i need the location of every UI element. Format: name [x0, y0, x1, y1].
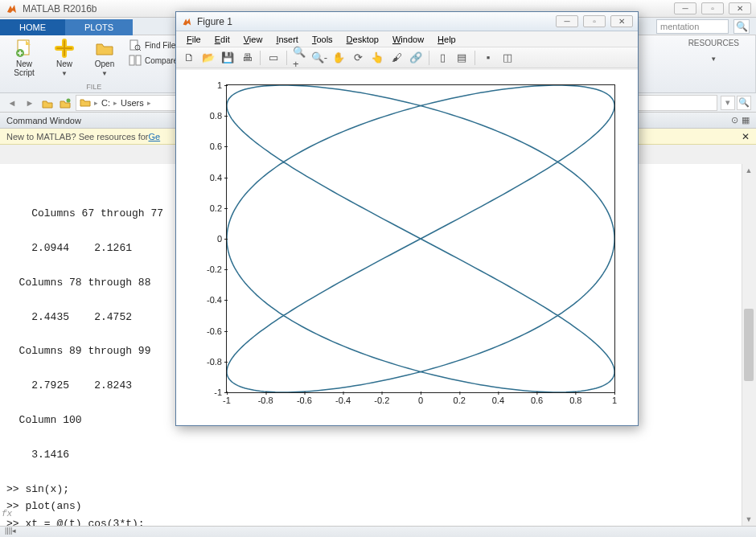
- figure-canvas: -1-0.8-0.6-0.4-0.200.20.40.60.81-1-0.8-0…: [176, 70, 638, 425]
- y-tick-label: 0.2: [210, 203, 227, 213]
- axes[interactable]: -1-0.8-0.6-0.4-0.200.20.40.60.81-1-0.8-0…: [226, 84, 615, 393]
- svg-rect-6: [136, 55, 141, 65]
- compare-icon: [129, 54, 142, 67]
- vertical-scrollbar[interactable]: ▲ ▼: [742, 164, 755, 526]
- figure-maximize-button[interactable]: ▫: [583, 15, 606, 27]
- matlab-logo-icon: [5, 2, 18, 15]
- path-segment-drive[interactable]: C:: [101, 98, 110, 108]
- x-tick-label: 0: [418, 392, 423, 405]
- figure-minimize-button[interactable]: ─: [556, 15, 578, 27]
- zoom-out-icon[interactable]: 🔍-: [311, 50, 327, 66]
- scroll-up-icon[interactable]: ▲: [742, 164, 755, 177]
- new-script-icon: [14, 39, 34, 58]
- menu-insert[interactable]: Insert: [270, 35, 304, 44]
- menu-window[interactable]: Window: [387, 35, 429, 44]
- menu-view[interactable]: View: [238, 35, 269, 44]
- plot-line: [227, 85, 614, 392]
- getting-started-link[interactable]: Ge: [148, 132, 160, 141]
- toolgroup-file-label: FILE: [8, 81, 179, 91]
- path-dropdown-button[interactable]: ▾: [721, 96, 735, 110]
- fx-prompt-icon: fx: [2, 506, 12, 521]
- figure-menubar: File Edit View Insert Tools Desktop Wind…: [176, 31, 638, 47]
- path-segment-users[interactable]: Users: [121, 98, 144, 108]
- panel-actions-button[interactable]: ⊙: [731, 115, 738, 125]
- menu-edit[interactable]: Edit: [209, 35, 236, 44]
- print-icon[interactable]: 🖶: [239, 50, 255, 66]
- toolgroup-file: New Script New ▼ Open ▼ Find Files Comp: [0, 35, 188, 92]
- path-search-button[interactable]: 🔍: [737, 96, 751, 110]
- y-tick-label: 0.8: [210, 111, 227, 121]
- find-files-icon: [129, 39, 142, 51]
- chevron-down-icon[interactable]: ▼: [688, 55, 739, 63]
- x-tick-label: -0.8: [258, 392, 273, 405]
- banner-close-button[interactable]: ✕: [742, 131, 750, 142]
- search-input[interactable]: mentation: [656, 19, 729, 34]
- find-files-button[interactable]: Find Files: [129, 39, 179, 51]
- minimize-button[interactable]: ─: [674, 2, 696, 14]
- zoom-in-icon[interactable]: 🔍+: [292, 50, 308, 66]
- search-button[interactable]: 🔍: [733, 19, 750, 34]
- chevron-down-icon: ▼: [61, 70, 68, 77]
- up-folder-button[interactable]: [40, 96, 55, 110]
- hide-tools-icon[interactable]: ▪: [480, 50, 496, 66]
- window-buttons: ─ ▫ ✕: [674, 2, 751, 14]
- y-tick-label: 0.6: [210, 141, 227, 151]
- pan-icon[interactable]: ✋: [331, 50, 347, 66]
- figure-window: Figure 1 ─ ▫ ✕ File Edit View Insert Too…: [175, 11, 639, 426]
- x-tick-label: -0.2: [374, 392, 389, 405]
- scroll-down-icon[interactable]: ▼: [742, 513, 755, 526]
- path-separator-icon: ▸: [146, 99, 153, 107]
- figure-close-button[interactable]: ✕: [610, 15, 633, 27]
- menu-help[interactable]: Help: [432, 35, 462, 44]
- y-tick-label: 0: [217, 234, 227, 244]
- path-separator-icon: ▸: [92, 99, 100, 107]
- y-tick-label: 0.4: [210, 173, 227, 182]
- svg-line-4: [139, 49, 141, 51]
- new-button[interactable]: New ▼: [48, 39, 80, 77]
- y-tick-label: 1: [217, 80, 227, 90]
- colorbar-icon[interactable]: ▯: [434, 50, 450, 66]
- folder-open-icon: [95, 39, 114, 58]
- x-tick-label: 0.2: [454, 392, 466, 405]
- brush-icon[interactable]: 🖌: [388, 50, 405, 66]
- compare-button[interactable]: Compare: [129, 54, 179, 67]
- link-icon[interactable]: 🔗: [408, 50, 424, 66]
- legend-icon[interactable]: ▤: [454, 50, 470, 66]
- back-button[interactable]: ◄: [5, 96, 19, 110]
- menu-desktop[interactable]: Desktop: [341, 35, 384, 44]
- edit-plot-icon[interactable]: ▭: [265, 50, 281, 66]
- scroll-thumb[interactable]: [744, 309, 754, 381]
- figure-title: Figure 1: [197, 16, 556, 27]
- data-cursor-icon[interactable]: 👆: [369, 50, 385, 66]
- svg-rect-5: [129, 55, 134, 65]
- y-tick-label: -0.4: [207, 295, 227, 305]
- y-tick-label: -0.6: [207, 326, 227, 336]
- menu-tools[interactable]: Tools: [306, 35, 339, 44]
- new-icon: [55, 39, 74, 58]
- save-figure-icon[interactable]: 💾: [220, 50, 236, 66]
- tab-home[interactable]: HOME: [0, 19, 65, 35]
- close-button[interactable]: ✕: [729, 2, 751, 14]
- new-script-button[interactable]: New Script: [8, 39, 40, 77]
- browse-button[interactable]: [58, 96, 72, 110]
- rotate-icon[interactable]: ⟳: [350, 50, 366, 66]
- maximize-button[interactable]: ▫: [701, 2, 724, 14]
- new-script-label: New Script: [14, 59, 35, 77]
- y-tick-label: -0.2: [207, 264, 227, 274]
- path-separator-icon: ▸: [112, 99, 119, 107]
- new-figure-icon[interactable]: 🗋: [181, 50, 197, 66]
- open-figure-icon[interactable]: 📂: [200, 50, 216, 66]
- open-button[interactable]: Open ▼: [88, 39, 121, 77]
- folder-icon: [80, 97, 91, 109]
- svg-point-7: [67, 98, 71, 102]
- chevron-down-icon: ▼: [101, 70, 108, 77]
- figure-titlebar[interactable]: Figure 1 ─ ▫ ✕: [176, 12, 638, 31]
- forward-button[interactable]: ►: [23, 96, 37, 110]
- matlab-logo-icon: [181, 16, 192, 27]
- tab-plots[interactable]: PLOTS: [65, 19, 133, 35]
- x-tick-label: -0.6: [297, 392, 312, 405]
- show-tools-icon[interactable]: ◫: [499, 50, 516, 66]
- panel-layout-button[interactable]: ▦: [742, 115, 750, 125]
- menu-file[interactable]: File: [181, 35, 207, 44]
- x-tick-label: 1: [612, 392, 617, 405]
